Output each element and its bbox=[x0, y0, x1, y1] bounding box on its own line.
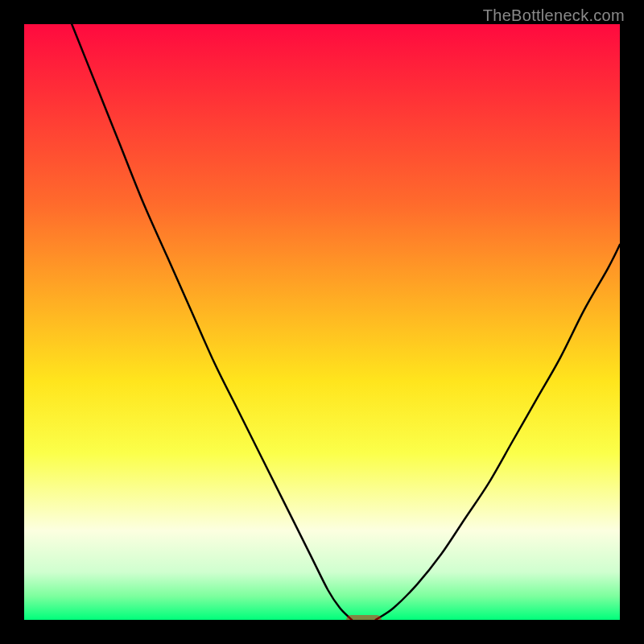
curve-left-branch bbox=[72, 24, 352, 620]
bottleneck-minimum-marker bbox=[346, 615, 382, 620]
chart-frame: TheBottleneck.com bbox=[0, 0, 644, 644]
bottleneck-curve bbox=[24, 24, 620, 620]
watermark-text: TheBottleneck.com bbox=[483, 6, 625, 25]
curve-right-branch bbox=[376, 245, 620, 620]
plot-area bbox=[24, 24, 620, 620]
